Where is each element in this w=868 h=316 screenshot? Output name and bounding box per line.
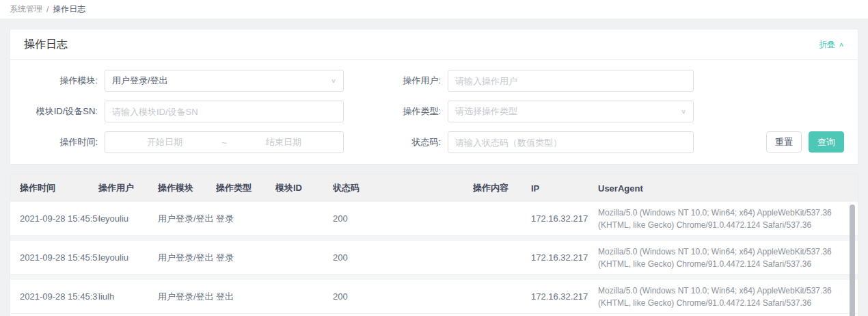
column-header-type: 操作类型	[216, 182, 275, 194]
cell-status-code: 200	[333, 291, 473, 302]
date-range-separator: ~	[217, 137, 231, 148]
search-button[interactable]: 查询	[809, 131, 844, 153]
column-header-module-id: 模块ID	[275, 182, 333, 194]
status-code-input-label: 状态码:	[344, 136, 448, 148]
collapse-label: 折叠	[819, 39, 835, 51]
column-header-status-code: 状态码	[333, 182, 473, 194]
cell-module: 用户登录/登出	[158, 252, 216, 264]
start-date-placeholder: 开始日期	[112, 136, 217, 148]
filter-item-operator: 操作用户:	[344, 70, 694, 92]
column-header-content: 操作内容	[473, 182, 531, 194]
filter-actions: 重置 查询	[766, 131, 844, 153]
cell-time: 2021-09-28 15:45:56	[20, 213, 98, 224]
chevron-down-icon: ∨	[331, 77, 336, 84]
filter-item-module-id: 模块ID/设备SN:	[24, 101, 344, 122]
reset-button[interactable]: 重置	[766, 131, 802, 153]
cell-user-agent: Mozilla/5.0 (Windows NT 10.0; Win64; x64…	[598, 246, 840, 270]
breadcrumb: 系统管理 / 操作日志	[0, 0, 868, 19]
cell-ip: 172.16.32.217	[531, 291, 598, 302]
page-title: 操作日志	[24, 38, 68, 52]
end-date-placeholder: 结束日期	[231, 136, 336, 148]
cell-ip: 172.16.32.217	[531, 252, 598, 263]
chevron-up-icon: ∧	[839, 41, 844, 48]
filter-row-2: 模块ID/设备SN: 操作类型: 请选择操作类型 ∨	[24, 101, 844, 122]
cell-ip: 172.16.32.217	[531, 213, 598, 224]
module-select-label: 操作模块:	[24, 75, 105, 87]
cell-status-code: 200	[333, 213, 473, 224]
cell-user: liulh	[98, 291, 158, 302]
table-row[interactable]: 2021-09-28 15:45:52 leyouliu 用户登录/登出 登录 …	[10, 241, 858, 275]
cell-module: 用户登录/登出	[158, 213, 216, 225]
cell-user-agent: Mozilla/5.0 (Windows NT 10.0; Win64; x64…	[598, 207, 840, 231]
column-header-ip: IP	[531, 183, 598, 194]
panel-header: 操作日志 折叠 ∧	[10, 29, 858, 60]
filter-row-1: 操作模块: 用户登录/登出 ∨ 操作用户:	[24, 70, 844, 92]
time-range-label: 操作时间:	[24, 136, 105, 148]
filter-form: 操作模块: 用户登录/登出 ∨ 操作用户: 模块ID/设备SN:	[10, 60, 858, 164]
cell-time: 2021-09-28 15:45:37	[20, 291, 98, 302]
cell-user: leyouliu	[98, 213, 158, 224]
time-range-picker[interactable]: 开始日期 ~ 结束日期	[105, 131, 344, 153]
module-select[interactable]: 用户登录/登出 ∨	[105, 70, 344, 92]
status-code-input[interactable]	[448, 131, 694, 153]
filter-item-module: 操作模块: 用户登录/登出 ∨	[24, 70, 344, 92]
operation-type-placeholder: 请选择操作类型	[455, 105, 517, 118]
column-header-time: 操作时间	[20, 182, 98, 194]
cell-time: 2021-09-28 15:45:52	[20, 252, 98, 263]
column-header-user: 操作用户	[98, 182, 158, 194]
filter-item-operation-time: 操作时间: 开始日期 ~ 结束日期	[24, 131, 344, 153]
filter-item-status-code: 状态码:	[344, 131, 694, 153]
cell-type: 登录	[216, 213, 275, 225]
cell-type: 登出	[216, 291, 275, 303]
table-body: 2021-09-28 15:45:56 leyouliu 用户登录/登出 登录 …	[10, 202, 858, 314]
breadcrumb-item-system-management[interactable]: 系统管理	[10, 3, 42, 15]
content-area: 操作日志 折叠 ∧ 操作模块: 用户登录/登出 ∨ 操作用户:	[0, 19, 868, 316]
column-header-user-agent: UserAgent	[598, 183, 840, 194]
cell-user-agent: Mozilla/5.0 (Windows NT 10.0; Win64; x64…	[598, 285, 840, 309]
cell-type: 登录	[216, 252, 275, 264]
cell-status-code: 200	[333, 252, 473, 263]
table-row[interactable]: 2021-09-28 15:45:37 liulh 用户登录/登出 登出 200…	[10, 280, 858, 314]
module-select-value: 用户登录/登出	[112, 75, 168, 87]
operator-input[interactable]	[448, 70, 694, 92]
log-table: 操作时间 操作用户 操作模块 操作类型 模块ID 状态码 操作内容 IP Use…	[10, 174, 858, 316]
chevron-down-icon: ∨	[681, 108, 686, 115]
table-row[interactable]: 2021-09-28 15:45:56 leyouliu 用户登录/登出 登录 …	[10, 202, 858, 236]
table-scrollbar[interactable]	[850, 205, 855, 316]
module-id-input[interactable]	[105, 101, 344, 122]
filter-row-3: 操作时间: 开始日期 ~ 结束日期 状态码: 重置 查询	[24, 131, 844, 153]
operation-type-select-label: 操作类型:	[344, 105, 448, 118]
cell-user: leyouliu	[98, 252, 158, 263]
breadcrumb-item-operation-log: 操作日志	[53, 3, 85, 15]
filter-item-operation-type: 操作类型: 请选择操作类型 ∨	[344, 101, 694, 122]
column-header-module: 操作模块	[158, 182, 216, 194]
breadcrumb-separator: /	[46, 5, 49, 14]
collapse-toggle[interactable]: 折叠 ∧	[819, 39, 844, 51]
operation-log-panel: 操作日志 折叠 ∧ 操作模块: 用户登录/登出 ∨ 操作用户:	[10, 29, 858, 165]
cell-module: 用户登录/登出	[158, 291, 216, 303]
module-id-input-label: 模块ID/设备SN:	[24, 105, 105, 118]
table-header-row: 操作时间 操作用户 操作模块 操作类型 模块ID 状态码 操作内容 IP Use…	[10, 174, 858, 202]
operation-type-select[interactable]: 请选择操作类型 ∨	[448, 101, 694, 122]
operator-input-label: 操作用户:	[344, 75, 448, 87]
